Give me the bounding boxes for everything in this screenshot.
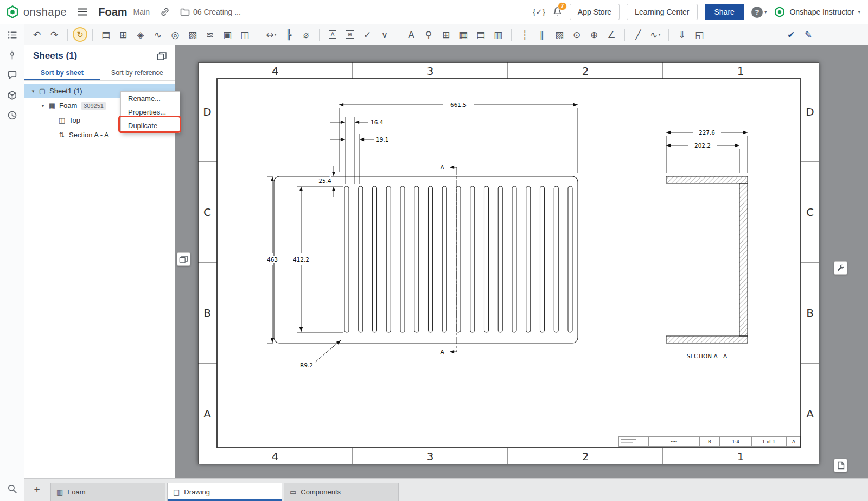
parallel-lines-icon[interactable]: ∥ bbox=[534, 27, 550, 42]
break-line-icon[interactable]: ≋ bbox=[202, 27, 218, 42]
export-image-icon[interactable]: ◱ bbox=[691, 27, 707, 42]
find-annotation-icon[interactable]: ⚲ bbox=[420, 27, 437, 42]
dim-slot-length[interactable]: 412.2 bbox=[293, 256, 309, 263]
search-icon[interactable] bbox=[5, 481, 19, 496]
circle-icon[interactable]: ⊙ bbox=[569, 27, 585, 42]
drawing-sheet-svg[interactable]: 4 3 2 1 4 3 2 1 D C B A D C B A bbox=[198, 62, 819, 464]
auxiliary-view-icon[interactable]: ◈ bbox=[132, 27, 149, 42]
hatch-icon[interactable]: ▨ bbox=[551, 27, 567, 42]
featurescript-check-icon[interactable]: {✓} bbox=[533, 7, 545, 17]
dim-section-overall-width[interactable]: 227.6 bbox=[699, 129, 715, 136]
dim-gap-width[interactable]: 16.4 bbox=[371, 119, 384, 125]
tree-item-icon: ⇅ bbox=[57, 131, 67, 139]
comments-icon[interactable] bbox=[5, 68, 19, 82]
share-button[interactable]: Share bbox=[705, 4, 744, 20]
dim-top-offset[interactable]: 25.4 bbox=[318, 177, 331, 184]
notification-count-badge: 7 bbox=[558, 2, 567, 10]
versions-icon[interactable] bbox=[5, 88, 19, 102]
tab-components[interactable]: ▭ Components bbox=[284, 483, 399, 501]
tab-drawing[interactable]: ▤ Drawing bbox=[167, 483, 282, 501]
add-sheet-icon[interactable] bbox=[157, 52, 167, 61]
tab-icon: ▦ bbox=[56, 488, 63, 496]
history-icon[interactable] bbox=[5, 108, 19, 122]
bom-table-icon[interactable]: ▦ bbox=[455, 27, 471, 42]
sheets-panel-toggle-icon[interactable] bbox=[177, 252, 190, 266]
zone-label: 1 bbox=[737, 65, 744, 78]
main-menu-icon[interactable] bbox=[78, 8, 87, 16]
drawing-tools-wrench-icon[interactable] bbox=[834, 261, 847, 275]
user-account-menu[interactable]: Onshape Instructor ▾ bbox=[774, 6, 860, 18]
sort-by-sheet-tab[interactable]: Sort by sheet bbox=[24, 65, 100, 80]
tab-label: Components bbox=[301, 488, 341, 496]
dimension-icon[interactable]: ↔ ▾ bbox=[263, 27, 279, 42]
table-icon[interactable]: ⊞ bbox=[438, 27, 454, 42]
export-dxf-icon[interactable]: ⇓ bbox=[674, 27, 690, 42]
measure-icon[interactable]: ✎ bbox=[800, 27, 816, 42]
menu-item-properties[interactable]: Properties... bbox=[121, 105, 180, 119]
separator bbox=[258, 29, 258, 41]
dim-slot-pitch[interactable]: 19.1 bbox=[376, 136, 388, 143]
centermark-icon[interactable]: ⊕ bbox=[586, 27, 602, 42]
title-block-revision: A bbox=[792, 439, 795, 445]
add-tab-button[interactable]: + bbox=[29, 481, 45, 498]
undo-icon[interactable]: ↶ bbox=[29, 27, 45, 42]
gdt-icon[interactable]: ⊕ bbox=[342, 27, 358, 42]
share-link-icon[interactable] bbox=[159, 7, 170, 17]
dim-slot-radius[interactable]: R9.2 bbox=[300, 362, 313, 369]
onshape-logo-icon[interactable] bbox=[5, 5, 20, 19]
diameter-dimension-icon[interactable]: ⌀ bbox=[298, 27, 314, 42]
tree-item-label: Sheet1 (1) bbox=[49, 87, 82, 95]
menu-item-rename[interactable]: Rename... bbox=[121, 92, 180, 105]
show-hidden-lines-icon[interactable]: ◫ bbox=[237, 27, 253, 42]
angle-dimension-icon[interactable]: ∠ bbox=[603, 27, 620, 42]
tab-label: Foam bbox=[67, 488, 85, 496]
text-icon[interactable]: A bbox=[403, 27, 419, 42]
revision-table-icon[interactable]: ▥ bbox=[490, 27, 506, 42]
feature-list-icon[interactable] bbox=[5, 28, 19, 42]
note-icon[interactable]: A bbox=[324, 27, 341, 42]
ordinate-dimension-icon[interactable]: ╠ bbox=[280, 27, 297, 42]
top-bar: onshape Foam Main 06 Creating ... {✓} 7 … bbox=[0, 0, 868, 24]
notifications-bell-icon[interactable]: 7 bbox=[552, 7, 563, 17]
tree-item-icon: ◫ bbox=[57, 116, 67, 124]
zone-label: 2 bbox=[582, 450, 589, 463]
release-stamp-icon[interactable]: ✔ bbox=[783, 27, 799, 42]
tab-foam[interactable]: ▦ Foam bbox=[50, 483, 165, 501]
app-store-button[interactable]: App Store bbox=[570, 4, 620, 20]
tab-icon: ▤ bbox=[173, 488, 180, 496]
learning-center-button[interactable]: Learning Center bbox=[627, 4, 697, 20]
drawing-properties-icon[interactable] bbox=[834, 459, 847, 472]
sort-by-reference-tab[interactable]: Sort by reference bbox=[100, 65, 175, 80]
section-view-icon[interactable]: ∿ bbox=[150, 27, 166, 42]
broken-view-icon[interactable]: ▧ bbox=[184, 27, 201, 42]
onshape-wordmark: onshape bbox=[23, 6, 67, 18]
drawing-canvas[interactable]: 4 3 2 1 4 3 2 1 D C B A D C B A bbox=[175, 45, 868, 478]
folder-breadcrumb[interactable]: 06 Creating ... bbox=[180, 8, 241, 16]
detail-view-icon[interactable]: ◎ bbox=[167, 27, 183, 42]
zone-label: B bbox=[806, 307, 814, 320]
inspection-symbol-icon[interactable]: ✓ bbox=[359, 27, 375, 42]
tree-caret-icon[interactable]: ▾ bbox=[39, 103, 47, 109]
dim-overall-height[interactable]: 463 bbox=[267, 256, 278, 263]
configurations-icon[interactable] bbox=[5, 48, 19, 62]
update-drawing-icon[interactable]: ↻ bbox=[73, 27, 87, 42]
dim-overall-width[interactable]: 661.5 bbox=[450, 102, 467, 108]
projected-view-icon[interactable]: ⊞ bbox=[115, 27, 131, 42]
insert-view-icon[interactable]: ▤ bbox=[98, 27, 114, 42]
crop-view-icon[interactable]: ▣ bbox=[219, 27, 235, 42]
menu-item-duplicate[interactable]: Duplicate bbox=[121, 119, 180, 132]
zone-label: 4 bbox=[272, 65, 279, 78]
dim-section-inner-width[interactable]: 202.2 bbox=[694, 142, 711, 149]
line-icon[interactable]: ╱ bbox=[630, 27, 646, 42]
hole-table-icon[interactable]: ▤ bbox=[473, 27, 489, 42]
tree-caret-icon[interactable]: ▾ bbox=[29, 88, 37, 94]
centerline-icon[interactable]: ┆ bbox=[516, 27, 533, 42]
drawing-sheet[interactable]: 4 3 2 1 4 3 2 1 D C B A D C B A bbox=[198, 62, 819, 464]
help-icon[interactable]: ? bbox=[751, 7, 763, 18]
surface-finish-icon[interactable]: ∨ bbox=[376, 27, 393, 42]
spline-icon[interactable]: ∿ ▾ bbox=[647, 27, 663, 42]
folder-name: 06 Creating ... bbox=[193, 8, 241, 16]
help-menu[interactable]: ? ▾ bbox=[751, 7, 767, 18]
workspace-name[interactable]: Main bbox=[133, 8, 150, 16]
redo-icon[interactable]: ↷ bbox=[46, 27, 62, 42]
